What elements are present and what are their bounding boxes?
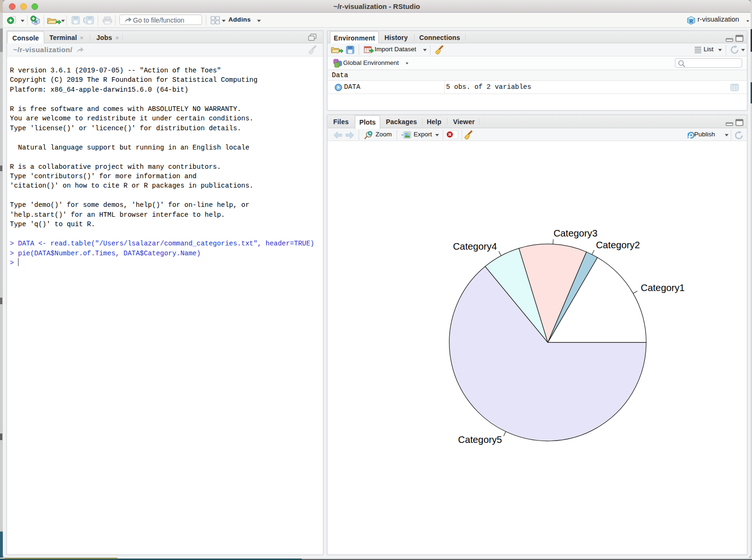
svg-text:Category1: Category1 xyxy=(641,283,685,293)
svg-text:Category4: Category4 xyxy=(453,241,497,252)
svg-text:Category2: Category2 xyxy=(596,240,640,250)
svg-text:Category5: Category5 xyxy=(458,434,502,445)
svg-text:Category3: Category3 xyxy=(554,228,598,238)
svg-text:R: R xyxy=(689,19,693,24)
